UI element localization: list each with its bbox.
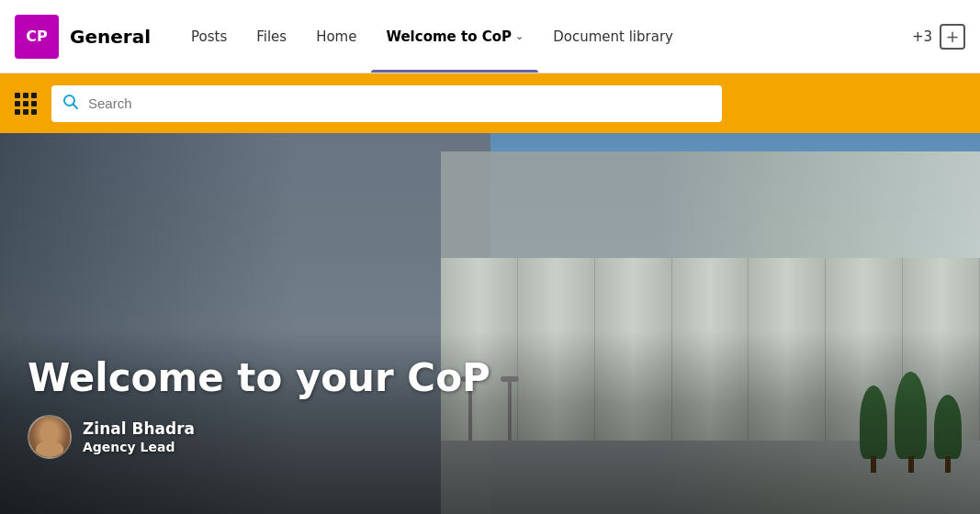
grid-dot xyxy=(15,93,20,98)
author-role: Agency Lead xyxy=(83,440,195,454)
grid-dot xyxy=(31,93,37,98)
tab-welcome-to-cop[interactable]: Welcome to CoP ⌄ xyxy=(371,0,538,73)
author-name: Zinal Bhadra xyxy=(83,419,195,438)
hero-section: Welcome to your CoP Zinal Bhadra Agency … xyxy=(0,133,980,514)
tab-document-library[interactable]: Document library xyxy=(538,0,688,73)
grid-dot xyxy=(23,101,28,106)
tab-welcome-label: Welcome to CoP xyxy=(386,28,512,45)
extra-tabs-count[interactable]: +3 xyxy=(912,28,932,45)
grid-dot xyxy=(23,109,28,115)
tab-files-label: Files xyxy=(256,28,287,45)
search-bar[interactable] xyxy=(51,85,722,122)
orange-toolbar xyxy=(0,73,980,133)
chevron-down-icon: ⌄ xyxy=(515,30,524,42)
search-icon xyxy=(62,94,79,114)
avatar xyxy=(28,415,72,459)
search-input[interactable] xyxy=(88,95,711,111)
tab-home-label: Home xyxy=(316,28,356,45)
hero-content: Welcome to your CoP Zinal Bhadra Agency … xyxy=(28,355,490,459)
add-tab-button[interactable]: + xyxy=(940,24,965,50)
grid-dot xyxy=(23,93,28,98)
tab-document-library-label: Document library xyxy=(553,28,673,45)
grid-dot xyxy=(15,109,20,115)
nav-tabs: Posts Files Home Welcome to CoP ⌄ Docume… xyxy=(176,0,965,73)
tab-posts[interactable]: Posts xyxy=(176,0,242,73)
author-row: Zinal Bhadra Agency Lead xyxy=(28,415,490,459)
avatar-image xyxy=(29,417,70,457)
channel-name: General xyxy=(70,26,151,48)
tab-files[interactable]: Files xyxy=(242,0,301,73)
hero-title: Welcome to your CoP xyxy=(28,355,490,400)
tab-home[interactable]: Home xyxy=(301,0,371,73)
apps-grid-icon[interactable] xyxy=(15,93,37,115)
grid-dot xyxy=(15,101,20,106)
svg-line-1 xyxy=(73,104,78,108)
tab-posts-label: Posts xyxy=(191,28,227,45)
top-nav: CP General Posts Files Home Welcome to C… xyxy=(0,0,980,73)
grid-dot xyxy=(31,101,37,106)
nav-extra: +3 + xyxy=(912,24,965,50)
author-info: Zinal Bhadra Agency Lead xyxy=(83,419,195,454)
app-icon[interactable]: CP xyxy=(15,15,59,59)
grid-dot xyxy=(31,109,37,115)
